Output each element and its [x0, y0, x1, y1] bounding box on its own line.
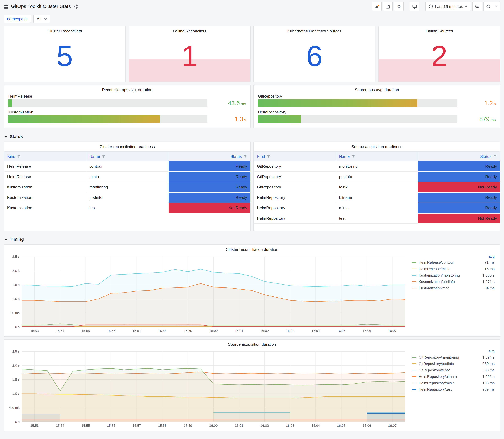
legend-item[interactable]: HelmRepository/bitnami1.695 s [412, 373, 494, 380]
panel-title[interactable]: Cluster Reconcilers [4, 26, 125, 35]
gauge-row: GitRepository 1.2s [258, 94, 496, 107]
legend-item[interactable]: Kustomization/podinfo1.071 s [412, 278, 494, 285]
tv-cycle-icon[interactable] [410, 2, 419, 11]
refresh-interval-caret[interactable] [493, 2, 500, 11]
time-series-plot[interactable]: 15:5315:5415:5515:5615:5715:5815:5916:00… [6, 254, 409, 334]
series-name[interactable]: HelmRelease/contour [419, 260, 482, 265]
filter-icon[interactable] [244, 155, 247, 158]
series-name[interactable]: GitRepository/podinfo [419, 361, 480, 366]
gauge-label: HelmRelease [8, 94, 246, 98]
svg-text:16:01: 16:01 [235, 329, 243, 333]
status-badge: Ready [168, 182, 250, 192]
svg-text:15:57: 15:57 [133, 424, 141, 427]
panel-title[interactable]: Source acquisition readiness [254, 142, 500, 150]
column-header-status[interactable]: Status [418, 152, 500, 161]
series-name[interactable]: GitRepository/monitoring [419, 355, 480, 359]
variable-value-dropdown[interactable]: All [33, 15, 50, 23]
chart-canvas[interactable]: 15:5315:5415:5515:5615:5715:5815:5916:00… [6, 348, 409, 429]
series-name[interactable]: Kustomization/test [419, 286, 482, 290]
series-name[interactable]: GitRepository/test2 [419, 368, 480, 372]
status-badge: Not Ready [418, 182, 500, 192]
section-label: Status [10, 134, 23, 139]
save-icon[interactable] [383, 2, 393, 11]
settings-gear-icon[interactable]: ⚙ [394, 2, 404, 11]
panel-title[interactable]: Failing Sources [379, 26, 500, 35]
svg-text:16:07: 16:07 [388, 424, 397, 427]
filter-icon[interactable] [102, 155, 105, 158]
section-row-timing[interactable]: Timing [4, 234, 500, 244]
refresh-icon[interactable] [483, 2, 493, 11]
legend-item[interactable]: HelmRepository/test289 ms [412, 386, 494, 392]
filter-icon[interactable] [351, 155, 355, 158]
series-avg-value: 71 ms [485, 260, 494, 265]
column-header-kind[interactable]: Kind [4, 152, 86, 161]
tables-row: Cluster reconciliation readiness KindNam… [4, 142, 500, 231]
column-header-name[interactable]: Name [336, 152, 418, 161]
svg-text:15:54: 15:54 [56, 424, 64, 427]
filter-icon[interactable] [17, 155, 21, 158]
table-row: GitRepositorypodinfoReady [254, 171, 500, 182]
chevron-down-icon [44, 18, 47, 20]
svg-text:16:07: 16:07 [388, 329, 397, 333]
stat-panel-cluster-reconcilers: Cluster Reconcilers 5 [4, 26, 126, 82]
legend-item[interactable]: HelmRepository/minio108 ms [412, 380, 494, 386]
svg-text:15:59: 15:59 [184, 424, 192, 427]
column-header-name[interactable]: Name [86, 152, 168, 161]
stat-value: 1 [129, 41, 250, 71]
svg-text:15:58: 15:58 [158, 424, 166, 427]
column-header-status[interactable]: Status [168, 152, 250, 161]
panel-title[interactable]: Reconciler ops avg. duration [4, 85, 250, 93]
apps-grid-icon[interactable] [4, 4, 8, 9]
gauge-row: HelmRepository 879ms [258, 110, 496, 123]
time-series-plot[interactable]: 15:5315:5415:5515:5615:5715:5815:5916:00… [6, 348, 409, 429]
svg-text:500 ms: 500 ms [9, 406, 20, 410]
table-row: HelmRepositoryminioReady [254, 203, 500, 213]
panel-title[interactable]: Failing Reconcilers [129, 26, 250, 35]
series-color-dash [412, 268, 417, 269]
legend-item[interactable]: GitRepository/monitoring1.594 s [412, 354, 494, 360]
legend-avg-header[interactable]: avg [412, 349, 494, 353]
stat-value: 2 [379, 41, 500, 71]
table-panel-source-readiness: Source acquisition readiness KindNameSta… [253, 142, 500, 231]
time-range-picker[interactable]: Last 15 minutes [425, 2, 471, 11]
series-name[interactable]: Kustomization/monitoring [419, 273, 480, 277]
svg-text:15:56: 15:56 [107, 424, 115, 427]
panel-title[interactable]: Kubernetes Manifests Sources [254, 26, 375, 35]
zoom-out-icon[interactable] [472, 2, 482, 11]
series-name[interactable]: HelmRepository/bitnami [419, 374, 480, 378]
status-badge: Ready [418, 192, 500, 203]
readiness-table-host: KindNameStatusGitRepositorymonitoringRea… [254, 150, 500, 224]
series-name[interactable]: HelmRepository/minio [419, 381, 480, 385]
variable-selected-value: All [37, 16, 41, 21]
svg-text:15:55: 15:55 [81, 329, 90, 333]
panel-title[interactable]: Source ops avg. duration [254, 85, 500, 93]
legend-item[interactable]: GitRepository/podinfo980 ms [412, 360, 494, 367]
panel-title[interactable]: Cluster reconciliation duration [4, 245, 500, 253]
panel-title[interactable]: Cluster reconciliation readiness [4, 142, 250, 150]
series-avg-value: 1.594 s [482, 355, 494, 359]
series-name[interactable]: Kustomization/podinfo [419, 280, 480, 284]
stat-panel-failing-sources: Failing Sources 2 [378, 26, 500, 82]
cell-name: test [336, 213, 418, 223]
add-panel-button[interactable] [372, 2, 381, 11]
legend-avg-header[interactable]: avg [412, 254, 494, 258]
gauge-value: 43.6ms [212, 100, 246, 107]
column-header-kind[interactable]: Kind [254, 152, 336, 161]
section-row-status[interactable]: Status [4, 131, 500, 142]
svg-text:15:54: 15:54 [56, 329, 64, 333]
legend-item[interactable]: HelmRelease/minio16 ms [412, 266, 494, 272]
status-badge: Not Ready [168, 203, 250, 213]
chart-canvas[interactable]: 15:5315:5415:5515:5615:5715:5815:5916:00… [6, 254, 409, 334]
legend-item[interactable]: HelmRelease/contour71 ms [412, 259, 494, 266]
legend-item[interactable]: GitRepository/test2338 ms [412, 367, 494, 373]
filter-icon[interactable] [267, 155, 270, 158]
panel-title[interactable]: Source acquisition duration [4, 340, 500, 348]
filter-icon[interactable] [493, 155, 497, 158]
svg-text:16:04: 16:04 [311, 329, 320, 333]
share-icon[interactable] [74, 4, 78, 9]
series-name[interactable]: HelmRelease/minio [419, 267, 482, 271]
legend-item[interactable]: Kustomization/monitoring1.605 s [412, 272, 494, 278]
legend-item[interactable]: Kustomization/test84 ms [412, 285, 494, 291]
status-badge: Not Ready [418, 213, 500, 223]
series-name[interactable]: HelmRepository/test [419, 387, 480, 391]
